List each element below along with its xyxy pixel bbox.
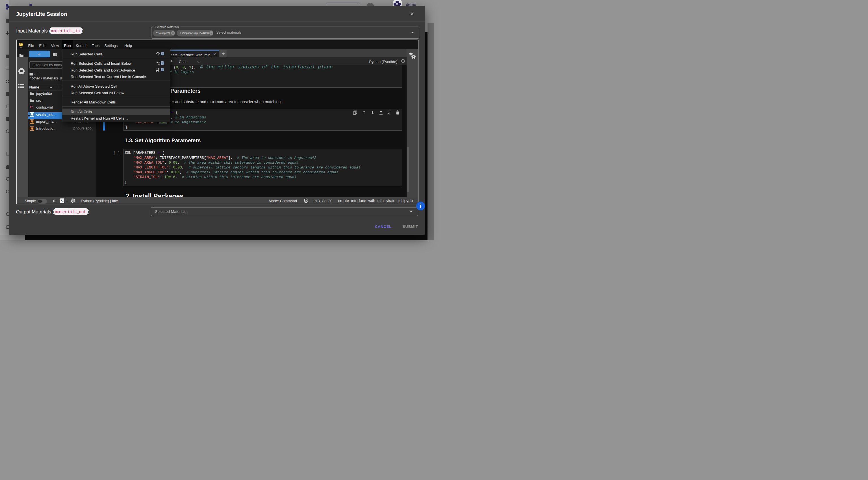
svg-text:+: + (55, 54, 57, 56)
